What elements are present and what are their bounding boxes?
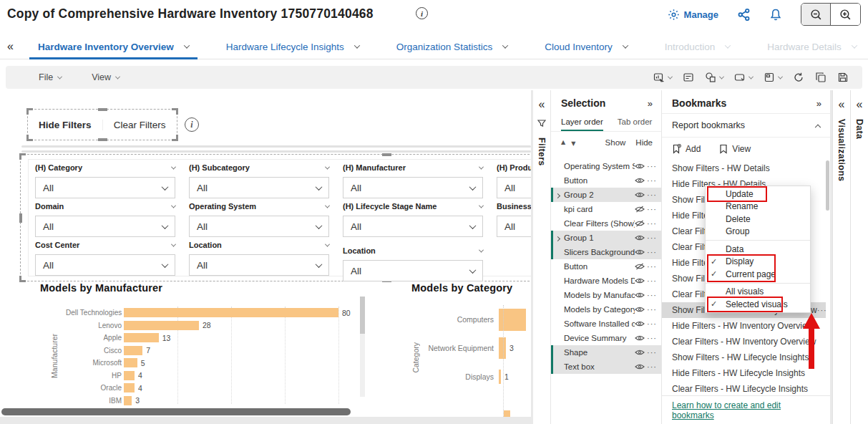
context-menu-item[interactable]: ✓ Group <box>706 226 810 238</box>
chart-scrollbar[interactable] <box>360 297 365 397</box>
view-menu[interactable]: View <box>92 72 120 82</box>
visibility-eye-icon[interactable] <box>635 220 647 227</box>
visibility-eye-icon[interactable] <box>635 163 647 170</box>
more-options-icon[interactable]: ··· <box>647 291 657 299</box>
bar-row[interactable]: Computers <box>411 305 531 334</box>
slicer-dropdown[interactable]: All <box>189 254 329 276</box>
context-menu-item[interactable]: ✓ Rename <box>706 201 810 213</box>
bar-row[interactable]: Apple 13 <box>40 332 365 344</box>
visibility-eye-icon[interactable] <box>635 249 647 256</box>
bookmark-item[interactable]: Clear Filters - HW Inventory Overview ··… <box>662 334 826 350</box>
selection-layer-item[interactable]: Hardware Models De... ··· <box>551 274 661 288</box>
selection-layer-item[interactable]: Software Installed on ... ··· <box>551 317 661 331</box>
selection-layer-item[interactable]: Models by Category ··· <box>551 302 661 317</box>
context-menu-item[interactable]: ✓ Selected visuals <box>706 298 810 311</box>
expand-chevron-icon[interactable] <box>556 233 564 242</box>
bar-row[interactable]: Microsoft 5 <box>40 357 365 370</box>
slicer-header[interactable]: Domain <box>35 202 175 211</box>
selection-layer-item[interactable]: Models by Manufact... ··· <box>551 288 661 302</box>
chevron-down-icon[interactable] <box>852 42 857 48</box>
bookmark-item[interactable]: Clear Filters - HW Lifecycle Insights ··… <box>662 381 826 394</box>
page-tab[interactable]: Hardware Inventory Overview <box>19 34 208 59</box>
context-menu-item[interactable]: ✓ Update <box>706 188 810 201</box>
collapse-panel-icon[interactable]: » <box>648 99 653 108</box>
refresh-icon[interactable] <box>791 69 806 85</box>
share-icon[interactable] <box>737 8 751 21</box>
collapsed-panel[interactable]: « Data <box>850 90 868 424</box>
bar[interactable] <box>499 337 506 359</box>
report-canvas[interactable]: Hide Filters Clear Filters i (H) Categor… <box>0 90 531 417</box>
bar[interactable] <box>124 333 159 342</box>
slicer-dropdown[interactable]: All <box>35 216 175 237</box>
expand-filters-icon[interactable]: « <box>539 99 545 110</box>
slicer-header[interactable]: (H) Product <box>497 163 531 172</box>
visibility-eye-icon[interactable] <box>635 263 647 270</box>
more-options-icon[interactable]: ··· <box>647 205 657 213</box>
notifications-bell-icon[interactable] <box>769 8 782 21</box>
more-options-icon[interactable]: ··· <box>647 334 657 342</box>
context-menu-item[interactable]: ✓ Delete <box>706 213 810 226</box>
visibility-eye-icon[interactable] <box>635 292 647 299</box>
add-bookmark-button[interactable]: Add <box>672 144 701 154</box>
selection-layer-item[interactable]: Operating System Su... ··· <box>551 159 661 173</box>
bar-row[interactable]: HP 4 <box>40 370 365 382</box>
visibility-eye-icon[interactable] <box>635 191 647 198</box>
slicer-header[interactable]: Operating System <box>189 202 329 211</box>
view-bookmarks-button[interactable]: View <box>719 144 751 154</box>
show-all-button[interactable]: Show <box>605 138 626 147</box>
context-menu-item[interactable]: ✓ Data <box>706 243 810 256</box>
visibility-eye-icon[interactable] <box>635 177 647 184</box>
page-tab[interactable]: Hardware Lifecycle Insights <box>208 34 378 59</box>
buttons-icon[interactable] <box>732 69 755 85</box>
bookmark-item[interactable]: Hide Filters - HW Lifecycle Insights ··· <box>662 365 826 381</box>
models-by-manufacturer-chart[interactable]: Models by Manufacturer Dell Technologies… <box>40 282 365 417</box>
bar-row[interactable]: Lenovo 28 <box>40 319 365 332</box>
hide-all-button[interactable]: Hide <box>635 138 653 147</box>
bookmarks-scrollbar[interactable] <box>826 160 829 211</box>
slicer-dropdown[interactable]: All <box>497 216 531 237</box>
more-options-icon[interactable]: ··· <box>647 233 657 242</box>
bar[interactable] <box>124 396 132 405</box>
bar[interactable] <box>499 370 501 384</box>
visibility-eye-icon[interactable] <box>635 277 647 284</box>
more-options-icon[interactable]: ··· <box>647 191 657 199</box>
selection-layer-item[interactable]: kpi card ··· <box>551 202 661 216</box>
visibility-eye-icon[interactable] <box>635 363 647 370</box>
more-options-icon[interactable]: ··· <box>647 276 657 285</box>
bar-row[interactable]: Cisco 7 <box>40 344 365 357</box>
context-menu-item[interactable]: ✓ All visuals <box>706 286 810 299</box>
slicer-dropdown[interactable]: All <box>497 177 531 198</box>
slicer-header[interactable]: (H) Subcategory <box>189 163 329 172</box>
page-tab[interactable]: Cloud Inventory <box>526 34 646 59</box>
more-options-icon[interactable]: ··· <box>647 176 657 185</box>
slicer-header[interactable]: (H) Manufacturer <box>343 163 483 172</box>
visibility-eye-icon[interactable] <box>635 334 647 342</box>
selection-layer-item[interactable]: Button ··· <box>551 259 661 274</box>
selection-layer-item[interactable]: Clear Filters (Show) ··· <box>551 216 661 231</box>
canvas-horizontal-scrollbar[interactable] <box>1 408 351 415</box>
move-down-icon[interactable]: ▼ <box>571 140 575 147</box>
slicer-header[interactable]: Cost Center <box>35 241 175 249</box>
bar[interactable] <box>124 358 137 367</box>
slicer-dropdown[interactable]: All <box>189 177 329 198</box>
bar-row[interactable]: Network Equipment 3 <box>411 334 531 362</box>
slicer-header[interactable]: Business Ser <box>497 202 531 211</box>
more-options-icon[interactable]: ··· <box>647 219 657 228</box>
chevron-down-icon[interactable] <box>778 74 783 79</box>
tab-layer-order[interactable]: Layer order <box>561 117 603 131</box>
slicer-header[interactable]: (H) Lifecycle Stage Name <box>343 202 483 211</box>
chevron-down-icon[interactable] <box>184 42 190 48</box>
slicer-dropdown[interactable]: All <box>343 216 483 237</box>
move-up-icon[interactable]: ▲ <box>561 139 565 145</box>
selection-layer-item[interactable]: Group 1 ··· <box>551 231 661 245</box>
more-options-icon[interactable]: ··· <box>647 248 657 256</box>
chevron-down-icon[interactable] <box>719 74 724 79</box>
bar-row[interactable]: IBM 3 <box>40 395 365 408</box>
filter-buttons-group[interactable]: Hide Filters Clear Filters <box>27 109 177 140</box>
context-menu-item[interactable]: ✓ Display <box>706 256 810 269</box>
zoom-out-button[interactable] <box>801 4 831 25</box>
more-options-icon[interactable]: ··· <box>647 262 657 271</box>
report-bookmarks-section[interactable]: Report bookmarks <box>662 114 830 138</box>
zoom-in-button[interactable] <box>831 4 860 25</box>
slicer-dropdown[interactable]: All <box>35 254 175 276</box>
